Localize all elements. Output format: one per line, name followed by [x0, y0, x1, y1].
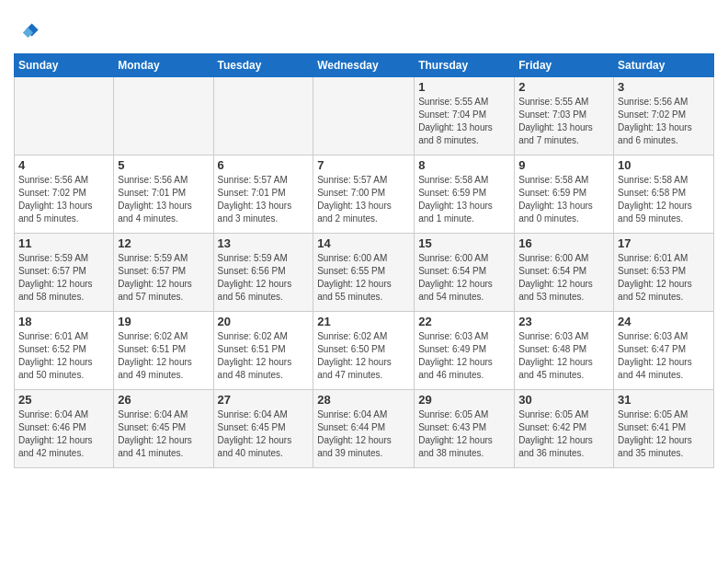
calendar-cell: 24Sunrise: 6:03 AM Sunset: 6:47 PM Dayli…	[614, 312, 714, 390]
calendar-cell: 22Sunrise: 6:03 AM Sunset: 6:49 PM Dayli…	[415, 312, 515, 390]
day-number: 20	[218, 315, 310, 328]
day-number: 21	[317, 315, 410, 328]
day-number: 4	[18, 158, 109, 172]
day-detail: Sunrise: 6:05 AM Sunset: 6:42 PM Dayligh…	[518, 408, 609, 460]
day-number: 26	[118, 393, 209, 407]
page-header	[14, 14, 714, 44]
calendar-cell: 6Sunrise: 5:57 AM Sunset: 7:01 PM Daylig…	[213, 155, 313, 234]
day-number: 15	[418, 236, 510, 250]
day-number: 8	[418, 158, 510, 172]
calendar-table: SundayMondayTuesdayWednesdayThursdayFrid…	[14, 53, 714, 468]
day-detail: Sunrise: 6:02 AM Sunset: 6:51 PM Dayligh…	[218, 330, 310, 382]
calendar-cell: 20Sunrise: 6:02 AM Sunset: 6:51 PM Dayli…	[213, 312, 313, 390]
calendar-cell: 2Sunrise: 5:55 AM Sunset: 7:03 PM Daylig…	[515, 77, 614, 155]
day-number: 2	[518, 80, 609, 94]
calendar-week-row: 25Sunrise: 6:04 AM Sunset: 6:46 PM Dayli…	[15, 390, 714, 468]
calendar-cell: 30Sunrise: 6:05 AM Sunset: 6:42 PM Dayli…	[515, 390, 614, 468]
day-detail: Sunrise: 5:55 AM Sunset: 7:04 PM Dayligh…	[418, 96, 510, 147]
day-number: 29	[418, 393, 510, 407]
day-detail: Sunrise: 5:59 AM Sunset: 6:56 PM Dayligh…	[218, 252, 310, 304]
calendar-cell: 27Sunrise: 6:04 AM Sunset: 6:45 PM Dayli…	[213, 390, 313, 468]
day-detail: Sunrise: 5:58 AM Sunset: 6:59 PM Dayligh…	[518, 174, 609, 225]
day-detail: Sunrise: 6:03 AM Sunset: 6:47 PM Dayligh…	[618, 330, 710, 382]
calendar-cell: 5Sunrise: 5:56 AM Sunset: 7:01 PM Daylig…	[114, 155, 213, 234]
day-number: 24	[618, 315, 710, 328]
day-detail: Sunrise: 6:05 AM Sunset: 6:41 PM Dayligh…	[618, 408, 710, 460]
logo-icon	[14, 18, 40, 44]
day-number: 7	[317, 158, 410, 172]
day-number: 31	[618, 393, 710, 407]
day-detail: Sunrise: 6:02 AM Sunset: 6:51 PM Dayligh…	[118, 330, 209, 382]
day-number: 23	[518, 315, 609, 328]
day-detail: Sunrise: 6:02 AM Sunset: 6:50 PM Dayligh…	[317, 330, 410, 382]
day-number: 11	[18, 236, 109, 250]
day-detail: Sunrise: 5:58 AM Sunset: 6:59 PM Dayligh…	[418, 174, 510, 225]
day-detail: Sunrise: 5:59 AM Sunset: 6:57 PM Dayligh…	[118, 252, 209, 304]
day-detail: Sunrise: 6:00 AM Sunset: 6:55 PM Dayligh…	[317, 252, 410, 304]
calendar-cell: 28Sunrise: 6:04 AM Sunset: 6:44 PM Dayli…	[313, 390, 415, 468]
calendar-cell: 4Sunrise: 5:56 AM Sunset: 7:02 PM Daylig…	[15, 155, 114, 234]
weekday-header-row: SundayMondayTuesdayWednesdayThursdayFrid…	[15, 54, 714, 77]
logo	[14, 18, 43, 44]
day-detail: Sunrise: 5:55 AM Sunset: 7:03 PM Dayligh…	[518, 96, 609, 147]
day-number: 28	[317, 393, 410, 407]
day-detail: Sunrise: 5:56 AM Sunset: 7:02 PM Dayligh…	[618, 96, 710, 147]
day-detail: Sunrise: 6:04 AM Sunset: 6:45 PM Dayligh…	[218, 408, 310, 460]
calendar-cell: 23Sunrise: 6:03 AM Sunset: 6:48 PM Dayli…	[515, 312, 614, 390]
calendar-cell	[15, 77, 114, 155]
calendar-cell: 31Sunrise: 6:05 AM Sunset: 6:41 PM Dayli…	[614, 390, 714, 468]
day-detail: Sunrise: 5:58 AM Sunset: 6:58 PM Dayligh…	[618, 174, 710, 225]
calendar-cell: 21Sunrise: 6:02 AM Sunset: 6:50 PM Dayli…	[313, 312, 415, 390]
calendar-cell: 17Sunrise: 6:01 AM Sunset: 6:53 PM Dayli…	[614, 234, 714, 312]
calendar-cell: 8Sunrise: 5:58 AM Sunset: 6:59 PM Daylig…	[415, 155, 515, 234]
calendar-cell: 26Sunrise: 6:04 AM Sunset: 6:45 PM Dayli…	[114, 390, 213, 468]
calendar-cell: 14Sunrise: 6:00 AM Sunset: 6:55 PM Dayli…	[313, 234, 415, 312]
day-detail: Sunrise: 6:04 AM Sunset: 6:44 PM Dayligh…	[317, 408, 410, 460]
day-number: 30	[518, 393, 609, 407]
day-detail: Sunrise: 6:05 AM Sunset: 6:43 PM Dayligh…	[418, 408, 510, 460]
day-detail: Sunrise: 6:01 AM Sunset: 6:53 PM Dayligh…	[618, 252, 710, 304]
calendar-cell: 19Sunrise: 6:02 AM Sunset: 6:51 PM Dayli…	[114, 312, 213, 390]
weekday-header: Sunday	[15, 54, 114, 77]
calendar-week-row: 4Sunrise: 5:56 AM Sunset: 7:02 PM Daylig…	[15, 155, 714, 234]
day-detail: Sunrise: 6:04 AM Sunset: 6:45 PM Dayligh…	[118, 408, 209, 460]
day-number: 16	[518, 236, 609, 250]
day-number: 3	[618, 80, 710, 94]
day-detail: Sunrise: 6:00 AM Sunset: 6:54 PM Dayligh…	[518, 252, 609, 304]
day-detail: Sunrise: 5:57 AM Sunset: 7:01 PM Dayligh…	[218, 174, 310, 225]
day-number: 12	[118, 236, 209, 250]
day-number: 13	[218, 236, 310, 250]
calendar-cell: 3Sunrise: 5:56 AM Sunset: 7:02 PM Daylig…	[614, 77, 714, 155]
day-detail: Sunrise: 5:56 AM Sunset: 7:01 PM Dayligh…	[118, 174, 209, 225]
day-number: 9	[518, 158, 609, 172]
calendar-cell: 7Sunrise: 5:57 AM Sunset: 7:00 PM Daylig…	[313, 155, 415, 234]
calendar-cell: 29Sunrise: 6:05 AM Sunset: 6:43 PM Dayli…	[415, 390, 515, 468]
weekday-header: Monday	[114, 54, 213, 77]
day-number: 1	[418, 80, 510, 94]
day-number: 19	[118, 315, 209, 328]
day-number: 27	[218, 393, 310, 407]
day-detail: Sunrise: 5:56 AM Sunset: 7:02 PM Dayligh…	[18, 174, 109, 225]
weekday-header: Tuesday	[213, 54, 313, 77]
day-number: 18	[18, 315, 109, 328]
calendar-cell: 9Sunrise: 5:58 AM Sunset: 6:59 PM Daylig…	[515, 155, 614, 234]
calendar-cell: 10Sunrise: 5:58 AM Sunset: 6:58 PM Dayli…	[614, 155, 714, 234]
day-detail: Sunrise: 6:00 AM Sunset: 6:54 PM Dayligh…	[418, 252, 510, 304]
day-number: 5	[118, 158, 209, 172]
calendar-cell	[114, 77, 213, 155]
day-number: 6	[218, 158, 310, 172]
calendar-week-row: 18Sunrise: 6:01 AM Sunset: 6:52 PM Dayli…	[15, 312, 714, 390]
calendar-cell: 12Sunrise: 5:59 AM Sunset: 6:57 PM Dayli…	[114, 234, 213, 312]
weekday-header: Friday	[515, 54, 614, 77]
day-detail: Sunrise: 5:57 AM Sunset: 7:00 PM Dayligh…	[317, 174, 410, 225]
calendar-cell: 16Sunrise: 6:00 AM Sunset: 6:54 PM Dayli…	[515, 234, 614, 312]
day-detail: Sunrise: 6:03 AM Sunset: 6:49 PM Dayligh…	[418, 330, 510, 382]
day-number: 22	[418, 315, 510, 328]
calendar-cell: 11Sunrise: 5:59 AM Sunset: 6:57 PM Dayli…	[15, 234, 114, 312]
calendar-cell	[213, 77, 313, 155]
day-detail: Sunrise: 6:01 AM Sunset: 6:52 PM Dayligh…	[18, 330, 109, 382]
calendar-cell: 1Sunrise: 5:55 AM Sunset: 7:04 PM Daylig…	[415, 77, 515, 155]
calendar-week-row: 11Sunrise: 5:59 AM Sunset: 6:57 PM Dayli…	[15, 234, 714, 312]
day-number: 14	[317, 236, 410, 250]
weekday-header: Wednesday	[313, 54, 415, 77]
